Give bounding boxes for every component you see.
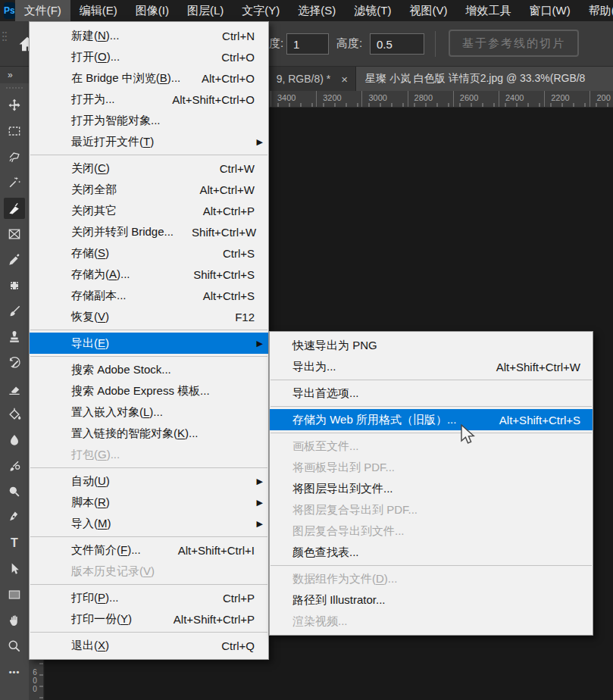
- menu-separator: [271, 433, 592, 433]
- close-tab-icon[interactable]: ×: [341, 73, 348, 86]
- zoom-tool-icon[interactable]: [4, 636, 25, 657]
- menu-item-shortcut: Alt+Ctrl+S: [185, 289, 255, 302]
- menu-item[interactable]: 存储(S)Ctrl+S: [30, 242, 268, 264]
- menu-item[interactable]: 自动(U)▶: [30, 470, 268, 492]
- menu-item[interactable]: 存储副本...Alt+Ctrl+S: [30, 285, 268, 306]
- menubar: Ps 文件(F)编辑(E)图像(I)图层(L)文字(Y)选择(S)滤镜(T)视图…: [0, 0, 613, 21]
- path-selection-tool-icon[interactable]: [4, 558, 25, 580]
- menu-item[interactable]: 搜索 Adobe Stock...: [30, 359, 268, 380]
- menu-item[interactable]: 文件简介(F)...Alt+Shift+Ctrl+I: [30, 539, 268, 561]
- dodge-tool-icon[interactable]: [4, 481, 25, 502]
- menu-item[interactable]: 关闭(C)Ctrl+W: [30, 158, 268, 179]
- eraser-tool-icon[interactable]: [4, 378, 25, 399]
- menubar-item[interactable]: 文件(F): [15, 0, 70, 21]
- menubar-item[interactable]: 窗口(W): [521, 0, 580, 21]
- menu-item[interactable]: 在 Bridge 中浏览(B)...Alt+Ctrl+O: [30, 67, 268, 89]
- menu-item[interactable]: 路径到 Illustrator...: [270, 589, 593, 611]
- menubar-item[interactable]: 图像(I): [127, 0, 178, 21]
- rectangular-marquee-tool-icon[interactable]: [4, 120, 25, 142]
- paint-bucket-tool-icon[interactable]: [4, 404, 25, 425]
- eyedropper-tool-icon[interactable]: [4, 249, 25, 270]
- ruler-number: 3000: [368, 93, 386, 102]
- menu-item[interactable]: 打印一份(Y)Alt+Shift+Ctrl+P: [30, 608, 268, 630]
- lasso-tool-icon[interactable]: [4, 146, 25, 167]
- menu-item[interactable]: 快速导出为 PNG: [270, 335, 593, 356]
- menu-item[interactable]: 打开为智能对象...: [30, 110, 268, 131]
- blur-tool-icon[interactable]: [4, 430, 25, 451]
- document-tab-active[interactable]: 星璨 小岚 白色版 详情页2.jpg @ 33.3%(RGB/8: [356, 67, 613, 91]
- menubar-item[interactable]: 增效工具: [457, 0, 521, 21]
- menu-item[interactable]: 导出为...Alt+Shift+Ctrl+W: [270, 356, 593, 377]
- magic-wand-tool-icon[interactable]: [4, 172, 25, 193]
- menu-item[interactable]: 导出(E)▶: [30, 333, 268, 354]
- menu-item-label: 渲染视频...: [292, 614, 348, 629]
- menu-item[interactable]: 打印(P)...Ctrl+P: [30, 587, 268, 608]
- slice-height-input[interactable]: [370, 33, 424, 55]
- menu-item[interactable]: 置入嵌入对象(L)...: [30, 402, 268, 423]
- pen-tool-icon[interactable]: [4, 507, 25, 528]
- menu-item-label: 存储为(A)...: [71, 267, 130, 282]
- menu-item: 版本历史记录(V): [30, 561, 268, 582]
- menu-separator: [30, 356, 267, 357]
- rectangle-tool-icon[interactable]: [4, 584, 25, 605]
- menubar-item[interactable]: 视图(V): [401, 0, 457, 21]
- menubar-item[interactable]: 帮助(H): [580, 0, 613, 21]
- menu-separator: [30, 330, 267, 330]
- menu-separator: [30, 584, 267, 585]
- menu-item[interactable]: 存储为 Web 所用格式（旧版）...Alt+Shift+Ctrl+S: [270, 409, 593, 430]
- menu-item[interactable]: 导入(M)▶: [30, 513, 268, 534]
- slices-from-guides-button: 基于参考线的切片: [449, 30, 579, 57]
- menu-item[interactable]: 关闭全部Alt+Ctrl+W: [30, 179, 268, 200]
- menu-item[interactable]: 打开(O)...Ctrl+O: [30, 46, 268, 67]
- slice-tool-icon[interactable]: [4, 198, 25, 219]
- menu-item[interactable]: 恢复(V)F12: [30, 306, 268, 327]
- submenu-arrow-icon: ▶: [257, 339, 263, 348]
- menu-item[interactable]: 将图层导出到文件...: [270, 478, 593, 499]
- history-brush-tool-icon[interactable]: [4, 352, 25, 373]
- ruler-tick: [544, 91, 545, 108]
- clone-stamp-tool-icon[interactable]: [4, 327, 25, 348]
- move-tool-icon[interactable]: [4, 95, 25, 116]
- ruler-number: 200: [596, 93, 610, 102]
- slice-width-input[interactable]: [286, 33, 329, 55]
- menu-item[interactable]: 存储为(A)...Shift+Ctrl+S: [30, 264, 268, 285]
- menu-item[interactable]: 关闭并转到 Bridge...Shift+Ctrl+W: [30, 221, 268, 242]
- file-menu-dropdown: 新建(N)...Ctrl+N打开(O)...Ctrl+O在 Bridge 中浏览…: [29, 21, 269, 660]
- menu-item[interactable]: 打开为...Alt+Shift+Ctrl+O: [30, 89, 268, 110]
- brush-tool-icon[interactable]: [4, 301, 25, 322]
- menu-item-shortcut: Alt+Ctrl+O: [183, 72, 255, 85]
- menu-item[interactable]: 退出(X)Ctrl+Q: [30, 635, 268, 656]
- type-tool-icon[interactable]: T: [4, 533, 25, 554]
- frame-tool-icon[interactable]: [4, 223, 25, 245]
- menubar-item[interactable]: 图层(L): [178, 0, 233, 21]
- menu-item[interactable]: 最近打开文件(T)▶: [30, 131, 268, 152]
- menu-item[interactable]: 置入链接的智能对象(K)...: [30, 423, 268, 444]
- more-tools-icon[interactable]: •••: [4, 661, 25, 683]
- smudge-tool-icon[interactable]: [4, 455, 25, 477]
- menu-item: 图层复合导出到文件...: [270, 520, 593, 542]
- menu-item: 将画板导出到 PDF...: [270, 457, 593, 478]
- menubar-item[interactable]: 滤镜(T): [345, 0, 400, 21]
- menu-item[interactable]: 导出首选项...: [270, 383, 593, 404]
- menu-item[interactable]: 新建(N)...Ctrl+N: [30, 25, 268, 46]
- menu-item-label: 最近打开文件(T): [71, 135, 154, 149]
- menu-item-label: 关闭全部: [71, 183, 117, 197]
- menu-item[interactable]: 关闭其它Alt+Ctrl+P: [30, 200, 268, 221]
- menu-item-label: 搜索 Adobe Stock...: [71, 363, 171, 377]
- menubar-item[interactable]: 编辑(E): [70, 0, 127, 21]
- menubar-item[interactable]: 选择(S): [289, 0, 345, 21]
- document-tab-label: 9, RGB/8) *: [277, 73, 331, 85]
- menu-item-label: 打开为...: [71, 92, 115, 107]
- menu-item-label: 关闭并转到 Bridge...: [71, 225, 174, 239]
- menu-item[interactable]: 颜色查找表...: [270, 542, 593, 563]
- menu-item-label: 存储(S): [71, 246, 109, 261]
- healing-brush-tool-icon[interactable]: [4, 275, 25, 296]
- menu-item[interactable]: 脚本(R)▶: [30, 492, 268, 513]
- menu-item-shortcut: Ctrl+W: [202, 162, 255, 175]
- menu-item-label: 打开(O)...: [71, 50, 120, 64]
- hand-tool-icon[interactable]: [4, 610, 25, 631]
- menubar-item[interactable]: 文字(Y): [233, 0, 289, 21]
- menu-item-shortcut: Alt+Shift+Ctrl+I: [160, 544, 255, 557]
- menu-item[interactable]: 搜索 Adobe Express 模板...: [30, 380, 268, 402]
- toolbar-collapse-icon[interactable]: »: [0, 67, 29, 83]
